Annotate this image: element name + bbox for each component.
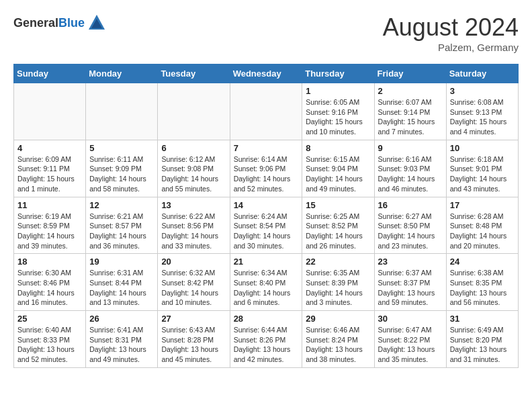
calendar-cell [86,83,158,140]
calendar-cell [14,83,86,140]
day-number: 4 [17,143,82,153]
day-number: 21 [234,257,299,267]
day-number: 31 [450,314,515,324]
calendar-cell: 21Sunrise: 6:34 AM Sunset: 8:40 PM Dayli… [230,254,302,311]
day-header-wednesday: Wednesday [230,64,302,83]
day-info: Sunrise: 6:38 AM Sunset: 8:35 PM Dayligh… [450,268,515,308]
day-number: 1 [306,86,370,96]
calendar-cell: 31Sunrise: 6:49 AM Sunset: 8:20 PM Dayli… [446,311,518,368]
calendar-cell: 9Sunrise: 6:16 AM Sunset: 9:03 PM Daylig… [374,140,446,197]
calendar-cell: 7Sunrise: 6:14 AM Sunset: 9:06 PM Daylig… [230,140,302,197]
day-info: Sunrise: 6:07 AM Sunset: 9:14 PM Dayligh… [378,97,443,137]
day-number: 29 [306,314,370,324]
day-number: 22 [306,257,370,267]
calendar-table: SundayMondayTuesdayWednesdayThursdayFrid… [13,64,519,368]
calendar-cell: 1Sunrise: 6:05 AM Sunset: 9:16 PM Daylig… [302,83,374,140]
day-number: 6 [161,143,226,153]
day-info: Sunrise: 6:43 AM Sunset: 8:28 PM Dayligh… [161,325,226,365]
day-number: 11 [17,200,82,210]
day-number: 20 [161,257,226,267]
day-info: Sunrise: 6:09 AM Sunset: 9:11 PM Dayligh… [17,154,82,194]
week-row-4: 18Sunrise: 6:30 AM Sunset: 8:46 PM Dayli… [14,254,519,311]
day-number: 26 [89,314,154,324]
day-number: 10 [450,143,515,153]
day-number: 3 [450,86,515,96]
day-info: Sunrise: 6:25 AM Sunset: 8:52 PM Dayligh… [306,212,370,251]
calendar-cell: 16Sunrise: 6:27 AM Sunset: 8:50 PM Dayli… [374,197,446,254]
day-number: 15 [306,200,370,210]
day-info: Sunrise: 6:08 AM Sunset: 9:13 PM Dayligh… [450,97,515,137]
week-row-2: 4Sunrise: 6:09 AM Sunset: 9:11 PM Daylig… [14,140,519,197]
calendar-cell: 4Sunrise: 6:09 AM Sunset: 9:11 PM Daylig… [14,140,86,197]
day-number: 23 [378,257,443,267]
day-header-monday: Monday [86,64,158,83]
day-header-friday: Friday [374,64,446,83]
day-info: Sunrise: 6:11 AM Sunset: 9:09 PM Dayligh… [89,154,154,194]
day-info: Sunrise: 6:40 AM Sunset: 8:33 PM Dayligh… [17,325,82,365]
day-number: 16 [378,200,443,210]
calendar-cell: 15Sunrise: 6:25 AM Sunset: 8:52 PM Dayli… [302,197,374,254]
day-header-sunday: Sunday [14,64,86,83]
calendar-cell: 19Sunrise: 6:31 AM Sunset: 8:44 PM Dayli… [86,254,158,311]
day-number: 2 [378,86,443,96]
week-row-3: 11Sunrise: 6:19 AM Sunset: 8:59 PM Dayli… [14,197,519,254]
day-info: Sunrise: 6:46 AM Sunset: 8:24 PM Dayligh… [306,325,370,365]
day-info: Sunrise: 6:37 AM Sunset: 8:37 PM Dayligh… [378,268,443,308]
calendar-cell: 3Sunrise: 6:08 AM Sunset: 9:13 PM Daylig… [446,83,518,140]
calendar-cell: 30Sunrise: 6:47 AM Sunset: 8:22 PM Dayli… [374,311,446,368]
calendar-cell: 27Sunrise: 6:43 AM Sunset: 8:28 PM Dayli… [158,311,230,368]
day-info: Sunrise: 6:30 AM Sunset: 8:46 PM Dayligh… [17,268,82,308]
calendar-cell: 29Sunrise: 6:46 AM Sunset: 8:24 PM Dayli… [302,311,374,368]
calendar-cell: 20Sunrise: 6:32 AM Sunset: 8:42 PM Dayli… [158,254,230,311]
day-info: Sunrise: 6:27 AM Sunset: 8:50 PM Dayligh… [378,212,443,251]
day-info: Sunrise: 6:41 AM Sunset: 8:31 PM Dayligh… [89,325,154,365]
day-info: Sunrise: 6:12 AM Sunset: 9:08 PM Dayligh… [161,154,226,194]
day-info: Sunrise: 6:44 AM Sunset: 8:26 PM Dayligh… [234,325,299,365]
calendar-cell: 5Sunrise: 6:11 AM Sunset: 9:09 PM Daylig… [86,140,158,197]
calendar-cell: 10Sunrise: 6:18 AM Sunset: 9:01 PM Dayli… [446,140,518,197]
day-info: Sunrise: 6:49 AM Sunset: 8:20 PM Dayligh… [450,325,515,365]
calendar-cell: 17Sunrise: 6:28 AM Sunset: 8:48 PM Dayli… [446,197,518,254]
calendar-cell: 26Sunrise: 6:41 AM Sunset: 8:31 PM Dayli… [86,311,158,368]
page-header: GeneralBlue August 2024 Palzem, Germany [13,13,519,53]
day-number: 5 [89,143,154,153]
day-number: 14 [234,200,299,210]
day-info: Sunrise: 6:34 AM Sunset: 8:40 PM Dayligh… [234,268,299,308]
calendar-cell: 24Sunrise: 6:38 AM Sunset: 8:35 PM Dayli… [446,254,518,311]
calendar-cell: 22Sunrise: 6:35 AM Sunset: 8:39 PM Dayli… [302,254,374,311]
month-title: August 2024 [383,13,519,42]
day-number: 25 [17,314,82,324]
calendar-cell: 28Sunrise: 6:44 AM Sunset: 8:26 PM Dayli… [230,311,302,368]
day-info: Sunrise: 6:21 AM Sunset: 8:57 PM Dayligh… [89,212,154,251]
day-header-tuesday: Tuesday [158,64,230,83]
calendar-cell: 2Sunrise: 6:07 AM Sunset: 9:14 PM Daylig… [374,83,446,140]
day-number: 17 [450,200,515,210]
calendar-cell: 12Sunrise: 6:21 AM Sunset: 8:57 PM Dayli… [86,197,158,254]
day-info: Sunrise: 6:05 AM Sunset: 9:16 PM Dayligh… [306,97,370,137]
week-row-1: 1Sunrise: 6:05 AM Sunset: 9:16 PM Daylig… [14,83,519,140]
calendar-cell: 13Sunrise: 6:22 AM Sunset: 8:56 PM Dayli… [158,197,230,254]
day-number: 12 [89,200,154,210]
day-info: Sunrise: 6:32 AM Sunset: 8:42 PM Dayligh… [161,268,226,308]
day-header-saturday: Saturday [446,64,518,83]
calendar-cell: 11Sunrise: 6:19 AM Sunset: 8:59 PM Dayli… [14,197,86,254]
logo-general: General [13,16,58,30]
calendar-cell: 8Sunrise: 6:15 AM Sunset: 9:04 PM Daylig… [302,140,374,197]
week-row-5: 25Sunrise: 6:40 AM Sunset: 8:33 PM Dayli… [14,311,519,368]
calendar-cell: 25Sunrise: 6:40 AM Sunset: 8:33 PM Dayli… [14,311,86,368]
day-headers: SundayMondayTuesdayWednesdayThursdayFrid… [14,64,519,83]
calendar-cell: 6Sunrise: 6:12 AM Sunset: 9:08 PM Daylig… [158,140,230,197]
day-info: Sunrise: 6:15 AM Sunset: 9:04 PM Dayligh… [306,154,370,194]
day-number: 7 [234,143,299,153]
day-info: Sunrise: 6:16 AM Sunset: 9:03 PM Dayligh… [378,154,443,194]
day-number: 9 [378,143,443,153]
day-number: 8 [306,143,370,153]
day-info: Sunrise: 6:22 AM Sunset: 8:56 PM Dayligh… [161,212,226,251]
day-number: 27 [161,314,226,324]
logo-icon [87,13,106,32]
day-number: 19 [89,257,154,267]
calendar-cell [158,83,230,140]
logo-blue: Blue [58,16,85,30]
calendar-cell [230,83,302,140]
logo: GeneralBlue [13,13,106,32]
